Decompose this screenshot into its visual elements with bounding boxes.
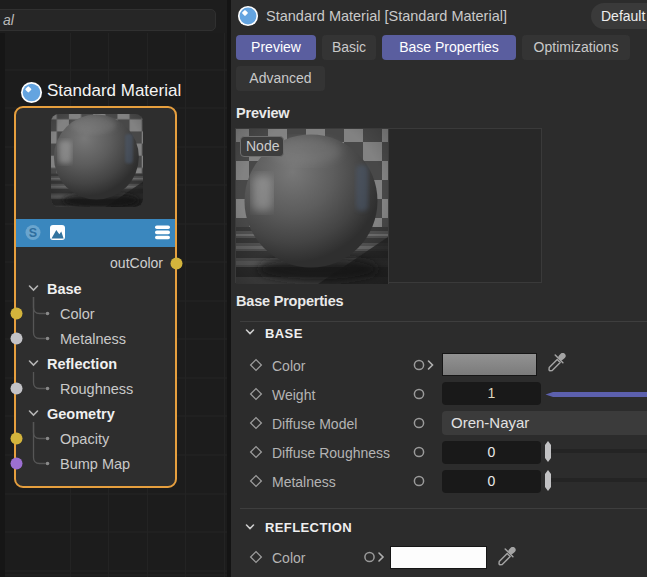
svg-text:Reflection: Reflection [47,356,117,372]
svg-text:Color: Color [60,306,95,322]
svg-text:Metalness: Metalness [60,331,126,347]
svg-text:Bump Map: Bump Map [60,456,130,472]
svg-text:Opacity: Opacity [60,431,110,447]
svg-text:Base: Base [47,281,82,297]
svg-text:Geometry: Geometry [47,406,115,422]
svg-text:Roughness: Roughness [60,381,133,397]
